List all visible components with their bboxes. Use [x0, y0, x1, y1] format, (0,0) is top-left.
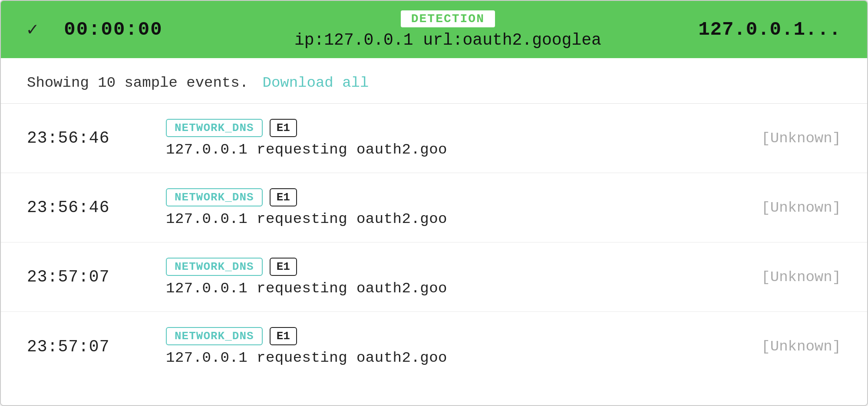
- network-dns-badge: NETWORK_DNS: [166, 188, 263, 206]
- download-all-link[interactable]: Download all: [263, 75, 369, 91]
- event-status: [Unknown]: [746, 269, 841, 285]
- event-row: 23:56:46 NETWORK_DNS E1 127.0.0.1 reques…: [1, 173, 867, 242]
- header-center: DETECTION ip:127.0.0.1 url:oauth2.google…: [198, 10, 699, 49]
- e1-badge: E1: [270, 258, 297, 276]
- event-message: 127.0.0.1 requesting oauth2.goo: [166, 141, 447, 158]
- event-details: NETWORK_DNS E1 127.0.0.1 requesting oaut…: [149, 119, 746, 158]
- event-badges: NETWORK_DNS E1: [166, 327, 297, 345]
- event-timestamp: 23:57:07: [27, 268, 149, 286]
- network-dns-badge: NETWORK_DNS: [166, 327, 263, 345]
- event-badges: NETWORK_DNS E1: [166, 188, 297, 206]
- detection-badge: DETECTION: [400, 10, 496, 28]
- event-badges: NETWORK_DNS E1: [166, 119, 297, 137]
- event-timestamp: 23:56:46: [27, 129, 149, 147]
- header-row: ✓ 00:00:00 DETECTION ip:127.0.0.1 url:oa…: [1, 1, 867, 58]
- e1-badge: E1: [270, 327, 297, 345]
- e1-badge: E1: [270, 188, 297, 206]
- e1-badge: E1: [270, 119, 297, 137]
- events-table: 23:56:46 NETWORK_DNS E1 127.0.0.1 reques…: [1, 104, 867, 381]
- event-row: 23:56:46 NETWORK_DNS E1 127.0.0.1 reques…: [1, 104, 867, 173]
- sample-count-text: Showing 10 sample events.: [27, 75, 248, 91]
- event-timestamp: 23:57:07: [27, 337, 149, 356]
- network-dns-badge: NETWORK_DNS: [166, 119, 263, 137]
- event-row: 23:57:07 NETWORK_DNS E1 127.0.0.1 reques…: [1, 312, 867, 381]
- info-bar: Showing 10 sample events. Download all: [1, 58, 867, 104]
- header-ip: 127.0.0.1...: [698, 19, 841, 40]
- header-timestamp: 00:00:00: [64, 19, 162, 40]
- event-message: 127.0.0.1 requesting oauth2.goo: [166, 350, 447, 366]
- event-status: [Unknown]: [746, 130, 841, 147]
- event-row: 23:57:07 NETWORK_DNS E1 127.0.0.1 reques…: [1, 242, 867, 312]
- collapse-chevron-icon[interactable]: ✓: [27, 18, 38, 41]
- main-container: ✓ 00:00:00 DETECTION ip:127.0.0.1 url:oa…: [0, 0, 868, 406]
- network-dns-badge: NETWORK_DNS: [166, 258, 263, 276]
- event-details: NETWORK_DNS E1 127.0.0.1 requesting oaut…: [149, 258, 746, 297]
- event-details: NETWORK_DNS E1 127.0.0.1 requesting oaut…: [149, 327, 746, 366]
- event-message: 127.0.0.1 requesting oauth2.goo: [166, 280, 447, 297]
- header-description: ip:127.0.0.1 url:oauth2.googlea: [294, 31, 601, 49]
- event-details: NETWORK_DNS E1 127.0.0.1 requesting oaut…: [149, 188, 746, 227]
- event-message: 127.0.0.1 requesting oauth2.goo: [166, 211, 447, 227]
- event-badges: NETWORK_DNS E1: [166, 258, 297, 276]
- event-status: [Unknown]: [746, 338, 841, 355]
- event-status: [Unknown]: [746, 200, 841, 216]
- event-timestamp: 23:56:46: [27, 198, 149, 217]
